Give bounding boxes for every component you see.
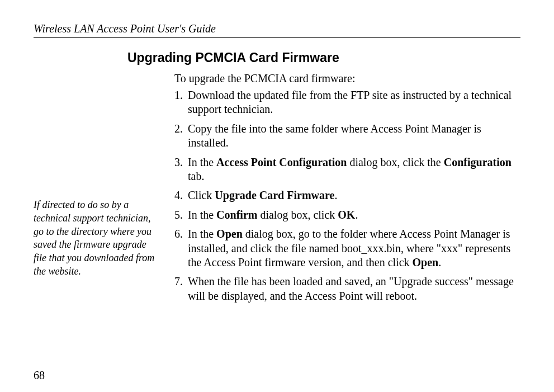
text-run: In the: [188, 209, 216, 221]
text-bold: Open: [413, 256, 439, 268]
text-bold: Configuration: [444, 156, 512, 168]
main-heading: Upgrading PCMCIA Card Firmware: [127, 50, 339, 65]
list-item: 1. Download the updated file from the FT…: [174, 88, 519, 117]
list-item: 5. In the Confirm dialog box, click OK.: [174, 208, 519, 222]
list-item: 3. In the Access Point Configuration dia…: [174, 155, 519, 184]
steps-list: 1. Download the updated file from the FT…: [174, 88, 519, 308]
list-number: 6.: [174, 227, 188, 270]
header: Wireless LAN Access Point User's Guide: [34, 22, 520, 38]
text-run: dialog box, click the: [347, 156, 443, 168]
list-text: In the Open dialog box, go to the folder…: [188, 227, 519, 270]
list-number: 4.: [174, 188, 188, 202]
text-run: .: [334, 189, 337, 201]
list-item: 2. Copy the file into the same folder wh…: [174, 122, 519, 150]
list-text: Click Upgrade Card Firmware.: [188, 188, 519, 202]
list-number: 3.: [174, 155, 188, 184]
list-number: 2.: [174, 122, 188, 150]
list-item: 6. In the Open dialog box, go to the fol…: [174, 227, 519, 270]
list-number: 7.: [174, 275, 188, 303]
sidenote: If directed to do so by a technical supp…: [34, 199, 159, 278]
text-bold: Confirm: [216, 209, 257, 221]
text-run: When the file has been loaded and saved,…: [188, 275, 514, 301]
list-text: In the Access Point Configuration dialog…: [188, 155, 519, 184]
text-bold: OK: [338, 209, 355, 221]
list-number: 5.: [174, 208, 188, 222]
text-bold: Open: [216, 228, 243, 240]
header-title: Wireless LAN Access Point User's Guide: [34, 22, 520, 35]
text-run: .: [438, 256, 441, 268]
text-run: Click: [188, 189, 215, 201]
list-text: In the Confirm dialog box, click OK.: [188, 208, 519, 222]
text-run: Copy the file into the same folder where…: [188, 122, 481, 149]
list-text: When the file has been loaded and saved,…: [188, 275, 519, 303]
text-run: Download the updated file from the FTP s…: [188, 89, 512, 115]
list-item: 4. Click Upgrade Card Firmware.: [174, 188, 519, 202]
text-run: tab.: [188, 170, 204, 182]
page-number: 68: [34, 369, 45, 382]
list-text: Download the updated file from the FTP s…: [188, 88, 519, 117]
list-item: 7. When the file has been loaded and sav…: [174, 275, 519, 303]
list-number: 1.: [174, 88, 188, 117]
page: Wireless LAN Access Point User's Guide U…: [0, 0, 554, 392]
text-run: In the: [188, 228, 216, 240]
text-run: In the: [188, 156, 216, 168]
text-bold: Access Point Configuration: [216, 156, 347, 168]
text-run: dialog box, click: [257, 209, 338, 221]
text-run: .: [355, 209, 358, 221]
list-text: Copy the file into the same folder where…: [188, 122, 519, 150]
intro-text: To upgrade the PCMCIA card firmware:: [174, 72, 519, 85]
text-bold: Upgrade Card Firmware: [215, 189, 334, 201]
